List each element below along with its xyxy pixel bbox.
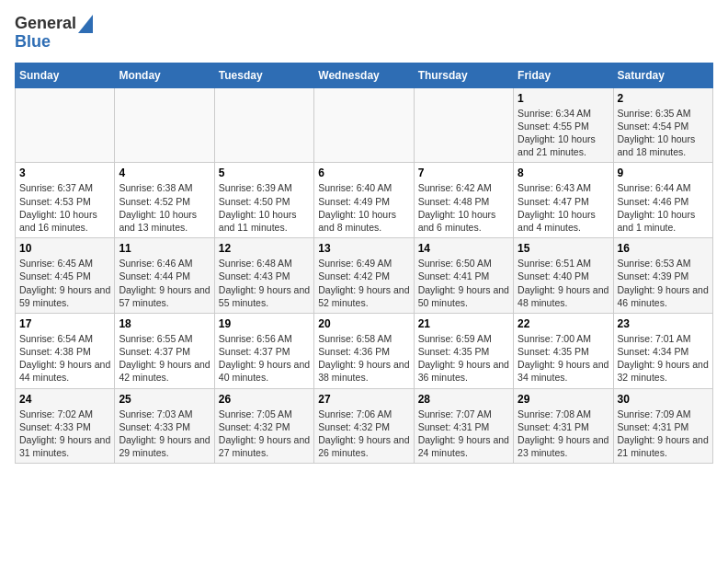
logo: General Blue xyxy=(15,15,93,52)
calendar-table: SundayMondayTuesdayWednesdayThursdayFrid… xyxy=(15,63,713,464)
svg-marker-0 xyxy=(78,15,93,33)
day-number: 24 xyxy=(19,393,110,406)
day-cell: 3Sunrise: 6:37 AMSunset: 4:53 PMDaylight… xyxy=(16,163,115,238)
day-number: 18 xyxy=(119,317,210,330)
day-number: 13 xyxy=(318,242,409,255)
day-cell xyxy=(414,87,513,163)
day-cell xyxy=(214,87,313,163)
day-info: Sunrise: 6:53 AMSunset: 4:39 PMDaylight:… xyxy=(618,257,709,309)
day-cell: 8Sunrise: 6:43 AMSunset: 4:47 PMDaylight… xyxy=(514,163,613,238)
day-number: 21 xyxy=(418,317,509,330)
day-info: Sunrise: 6:48 AMSunset: 4:43 PMDaylight:… xyxy=(219,257,310,309)
day-cell: 30Sunrise: 7:09 AMSunset: 4:31 PMDayligh… xyxy=(613,388,712,464)
day-cell: 7Sunrise: 6:42 AMSunset: 4:48 PMDaylight… xyxy=(414,163,513,238)
day-number: 17 xyxy=(19,317,110,330)
day-cell: 5Sunrise: 6:39 AMSunset: 4:50 PMDaylight… xyxy=(214,163,313,238)
day-number: 28 xyxy=(418,393,509,406)
day-cell: 4Sunrise: 6:38 AMSunset: 4:52 PMDaylight… xyxy=(115,163,214,238)
week-row-1: 1Sunrise: 6:34 AMSunset: 4:55 PMDaylight… xyxy=(16,87,713,163)
day-number: 22 xyxy=(518,317,609,330)
day-info: Sunrise: 6:56 AMSunset: 4:37 PMDaylight:… xyxy=(219,332,310,385)
weekday-sunday: Sunday xyxy=(16,63,115,87)
day-number: 29 xyxy=(518,393,609,406)
day-cell: 1Sunrise: 6:34 AMSunset: 4:55 PMDaylight… xyxy=(514,87,613,163)
day-cell: 12Sunrise: 6:48 AMSunset: 4:43 PMDayligh… xyxy=(214,238,313,314)
day-cell: 20Sunrise: 6:58 AMSunset: 4:36 PMDayligh… xyxy=(314,313,414,388)
logo-blue: Blue xyxy=(15,32,51,51)
day-cell: 28Sunrise: 7:07 AMSunset: 4:31 PMDayligh… xyxy=(414,388,513,464)
day-cell: 19Sunrise: 6:56 AMSunset: 4:37 PMDayligh… xyxy=(214,313,313,388)
day-cell: 9Sunrise: 6:44 AMSunset: 4:46 PMDaylight… xyxy=(613,163,712,238)
day-info: Sunrise: 6:58 AMSunset: 4:36 PMDaylight:… xyxy=(318,332,409,385)
weekday-friday: Friday xyxy=(514,63,613,87)
weekday-thursday: Thursday xyxy=(414,63,513,87)
day-info: Sunrise: 7:07 AMSunset: 4:31 PMDaylight:… xyxy=(418,408,509,460)
day-number: 2 xyxy=(618,92,709,105)
day-info: Sunrise: 6:39 AMSunset: 4:50 PMDaylight:… xyxy=(219,181,310,234)
weekday-saturday: Saturday xyxy=(613,63,712,87)
day-cell xyxy=(314,87,414,163)
calendar-body: 1Sunrise: 6:34 AMSunset: 4:55 PMDaylight… xyxy=(16,87,713,463)
day-number: 6 xyxy=(318,167,409,179)
day-cell: 18Sunrise: 6:55 AMSunset: 4:37 PMDayligh… xyxy=(115,313,214,388)
logo-general: General xyxy=(15,14,76,32)
day-info: Sunrise: 6:42 AMSunset: 4:48 PMDaylight:… xyxy=(418,181,509,234)
logo-triangle-icon xyxy=(78,15,93,33)
day-info: Sunrise: 6:44 AMSunset: 4:46 PMDaylight:… xyxy=(618,181,709,234)
day-info: Sunrise: 6:59 AMSunset: 4:35 PMDaylight:… xyxy=(418,332,509,385)
day-cell: 29Sunrise: 7:08 AMSunset: 4:31 PMDayligh… xyxy=(514,388,613,464)
day-cell xyxy=(115,87,214,163)
day-info: Sunrise: 6:54 AMSunset: 4:38 PMDaylight:… xyxy=(19,332,110,385)
day-number: 7 xyxy=(418,167,509,179)
day-cell xyxy=(16,87,115,163)
day-info: Sunrise: 6:51 AMSunset: 4:40 PMDaylight:… xyxy=(518,257,609,309)
day-info: Sunrise: 7:05 AMSunset: 4:32 PMDaylight:… xyxy=(219,408,310,460)
day-number: 20 xyxy=(318,317,409,330)
day-cell: 22Sunrise: 7:00 AMSunset: 4:35 PMDayligh… xyxy=(514,313,613,388)
day-info: Sunrise: 6:49 AMSunset: 4:42 PMDaylight:… xyxy=(318,257,409,309)
day-info: Sunrise: 7:00 AMSunset: 4:35 PMDaylight:… xyxy=(518,332,609,385)
day-number: 27 xyxy=(318,393,409,406)
day-info: Sunrise: 6:35 AMSunset: 4:54 PMDaylight:… xyxy=(618,107,709,159)
day-number: 3 xyxy=(19,167,110,179)
day-cell: 10Sunrise: 6:45 AMSunset: 4:45 PMDayligh… xyxy=(16,238,115,314)
day-number: 25 xyxy=(119,393,210,406)
weekday-monday: Monday xyxy=(115,63,214,87)
weekday-wednesday: Wednesday xyxy=(314,63,414,87)
day-cell: 26Sunrise: 7:05 AMSunset: 4:32 PMDayligh… xyxy=(214,388,313,464)
day-info: Sunrise: 7:06 AMSunset: 4:32 PMDaylight:… xyxy=(318,408,409,460)
day-cell: 11Sunrise: 6:46 AMSunset: 4:44 PMDayligh… xyxy=(115,238,214,314)
day-info: Sunrise: 6:38 AMSunset: 4:52 PMDaylight:… xyxy=(119,181,210,234)
day-cell: 13Sunrise: 6:49 AMSunset: 4:42 PMDayligh… xyxy=(314,238,414,314)
day-number: 4 xyxy=(119,167,210,179)
day-cell: 27Sunrise: 7:06 AMSunset: 4:32 PMDayligh… xyxy=(314,388,414,464)
week-row-4: 17Sunrise: 6:54 AMSunset: 4:38 PMDayligh… xyxy=(16,313,713,388)
day-number: 11 xyxy=(119,242,210,255)
day-info: Sunrise: 7:02 AMSunset: 4:33 PMDaylight:… xyxy=(19,408,110,460)
day-number: 10 xyxy=(19,242,110,255)
day-number: 15 xyxy=(518,242,609,255)
day-info: Sunrise: 7:09 AMSunset: 4:31 PMDaylight:… xyxy=(618,408,709,460)
day-info: Sunrise: 6:55 AMSunset: 4:37 PMDaylight:… xyxy=(119,332,210,385)
day-info: Sunrise: 7:03 AMSunset: 4:33 PMDaylight:… xyxy=(119,408,210,460)
day-cell: 24Sunrise: 7:02 AMSunset: 4:33 PMDayligh… xyxy=(16,388,115,464)
day-number: 30 xyxy=(618,393,709,406)
day-cell: 21Sunrise: 6:59 AMSunset: 4:35 PMDayligh… xyxy=(414,313,513,388)
day-info: Sunrise: 7:08 AMSunset: 4:31 PMDaylight:… xyxy=(518,408,609,460)
day-number: 1 xyxy=(518,92,609,105)
day-cell: 23Sunrise: 7:01 AMSunset: 4:34 PMDayligh… xyxy=(613,313,712,388)
day-info: Sunrise: 6:34 AMSunset: 4:55 PMDaylight:… xyxy=(518,107,609,159)
day-info: Sunrise: 7:01 AMSunset: 4:34 PMDaylight:… xyxy=(618,332,709,385)
day-number: 9 xyxy=(618,167,709,179)
day-number: 5 xyxy=(219,167,310,179)
day-info: Sunrise: 6:45 AMSunset: 4:45 PMDaylight:… xyxy=(19,257,110,309)
day-number: 23 xyxy=(618,317,709,330)
day-cell: 15Sunrise: 6:51 AMSunset: 4:40 PMDayligh… xyxy=(514,238,613,314)
day-cell: 2Sunrise: 6:35 AMSunset: 4:54 PMDaylight… xyxy=(613,87,712,163)
day-cell: 6Sunrise: 6:40 AMSunset: 4:49 PMDaylight… xyxy=(314,163,414,238)
day-cell: 14Sunrise: 6:50 AMSunset: 4:41 PMDayligh… xyxy=(414,238,513,314)
day-info: Sunrise: 6:46 AMSunset: 4:44 PMDaylight:… xyxy=(119,257,210,309)
day-number: 16 xyxy=(618,242,709,255)
day-number: 14 xyxy=(418,242,509,255)
day-number: 26 xyxy=(219,393,310,406)
